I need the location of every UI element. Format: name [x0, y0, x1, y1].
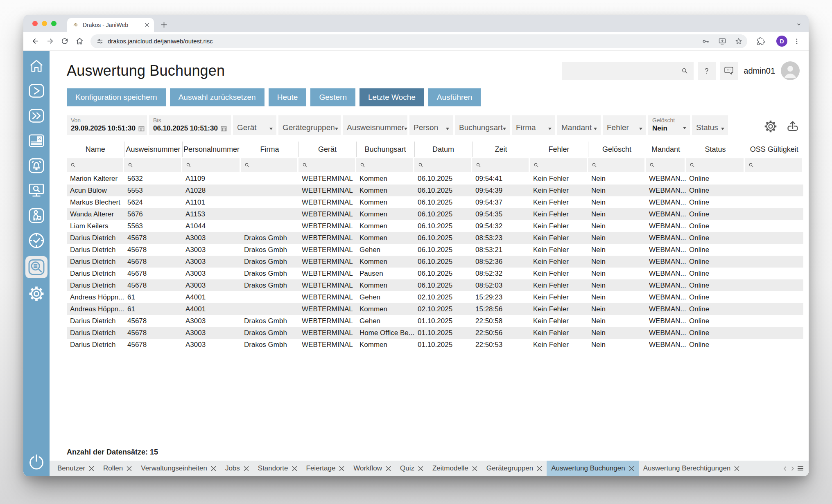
close-icon[interactable] [629, 466, 634, 471]
module-tab-zeitmodelle[interactable]: Zeitmodelle [428, 461, 482, 476]
close-icon[interactable] [386, 466, 391, 471]
sidebar-monitor-search-icon[interactable] [27, 181, 46, 200]
calendar-icon[interactable] [220, 125, 227, 132]
table-row[interactable]: Darius Dietrich45678A3003Drakos GmbhWEBT… [67, 315, 803, 327]
export-icon[interactable] [785, 119, 800, 134]
sidebar-clock-icon[interactable] [27, 231, 46, 250]
browser-tab[interactable]: Drakos - JaniWeb [67, 18, 154, 32]
table-row[interactable]: Darius Dietrich45678A3003Drakos GmbhWEBT… [67, 279, 803, 291]
calendar-icon[interactable] [138, 125, 145, 132]
tab-menu-icon[interactable] [797, 466, 804, 471]
column-filter-status[interactable] [686, 158, 744, 172]
home-icon[interactable] [72, 34, 86, 48]
site-info-icon[interactable] [96, 38, 104, 45]
column-header-datum[interactable]: Datum [414, 142, 472, 157]
filter-dropdown-firma[interactable]: Firma [512, 115, 555, 135]
filter-dropdown-person[interactable]: Person [409, 115, 453, 135]
table-row[interactable]: Andreas Höppn...61A4001WEBTERMINALKommen… [67, 303, 803, 315]
sidebar-id-card-icon[interactable] [27, 131, 46, 150]
module-tab-rollen[interactable]: Rollen [99, 461, 136, 476]
user-avatar[interactable] [781, 61, 800, 80]
close-icon[interactable] [244, 466, 249, 471]
module-tab-quiz[interactable]: Quiz [396, 461, 428, 476]
filter-date-to[interactable]: Bis 06.10.2025 10:51:30 [149, 115, 231, 135]
reload-icon[interactable] [58, 34, 72, 48]
module-tab-workflow[interactable]: Workflow [349, 461, 396, 476]
table-row[interactable]: Acun Bülow5553A1028WEBTERMINALKommen06.1… [67, 184, 803, 196]
filter-dropdown-ausweisnummer[interactable]: Ausweisnummer [343, 115, 407, 135]
module-tab-feiertage[interactable]: Feiertage [302, 461, 349, 476]
filter-dropdown-mandant[interactable]: Mandant [557, 115, 601, 135]
close-icon[interactable] [537, 466, 542, 471]
action-button-gestern[interactable]: Gestern [310, 88, 355, 106]
module-tab-benutzer[interactable]: Benutzer [53, 461, 99, 476]
column-header-gelöscht[interactable]: Gelöscht [588, 142, 646, 157]
forward-icon[interactable] [43, 34, 57, 48]
sidebar-person-briefcase-icon[interactable] [27, 206, 46, 225]
profile-avatar[interactable]: D [776, 36, 787, 47]
close-icon[interactable] [211, 466, 216, 471]
sidebar-gear-icon[interactable] [27, 284, 46, 303]
column-header-oss-gültigkeit[interactable]: OSS Gültigkeit [745, 142, 803, 157]
close-icon[interactable] [127, 466, 132, 471]
tab-scroll-left-icon[interactable] [782, 466, 788, 471]
column-filter-firma[interactable] [241, 158, 297, 172]
table-row[interactable]: Darius Dietrich45678A3003Drakos GmbhWEBT… [67, 256, 803, 268]
table-row[interactable]: Darius Dietrich45678A3003Drakos GmbhWEBT… [67, 339, 803, 351]
filter-dropdown-gerätegruppen[interactable]: Gerätegruppen [278, 115, 341, 135]
install-app-icon[interactable] [716, 35, 728, 47]
column-header-buchungsart[interactable]: Buchungsart [356, 142, 414, 157]
table-row[interactable]: Liam Keilers5563A1044WEBTERMINALKommen06… [67, 220, 803, 232]
table-row[interactable]: Darius Dietrich45678A3003Drakos GmbhWEBT… [67, 268, 803, 279]
filter-date-from[interactable]: Von 29.09.2025 10:51:30 [67, 115, 147, 135]
filter-dropdown-fehler[interactable]: Fehler [603, 115, 646, 135]
kebab-menu-icon[interactable] [790, 34, 804, 48]
column-header-fehler[interactable]: Fehler [530, 142, 588, 157]
column-filter-zeit[interactable] [472, 158, 529, 172]
tab-search-chevron-icon[interactable] [796, 21, 802, 27]
module-tab-auswertung-berechtigungen[interactable]: Auswertung Berechtigungen [639, 461, 744, 476]
table-row[interactable]: Darius Dietrich45678A3003Drakos GmbhWEBT… [67, 327, 803, 339]
module-tab-verwaltungseinheiten[interactable]: Verwaltungseinheiten [136, 461, 221, 476]
filter-dropdown-status[interactable]: Status [692, 115, 728, 135]
column-filter-datum[interactable] [414, 158, 471, 172]
column-filter-gelöscht[interactable] [588, 158, 644, 172]
column-filter-name[interactable] [67, 158, 123, 172]
filter-dropdown-gelöscht[interactable]: GelöschtNein [648, 115, 690, 135]
column-filter-buchungsart[interactable] [356, 158, 413, 172]
table-row[interactable]: Marion Kalterer5632A1109WEBTERMINALKomme… [67, 173, 803, 184]
action-button-ausführen[interactable]: Ausführen [428, 88, 481, 106]
sidebar-report-search-icon[interactable] [25, 256, 47, 278]
filter-dropdown-gerät[interactable]: Gerät [233, 115, 276, 135]
extensions-icon[interactable] [754, 34, 768, 48]
minimize-window-button[interactable] [42, 21, 47, 26]
action-button-konfiguration-speichern[interactable]: Konfiguration speichern [67, 88, 166, 106]
sidebar-power-icon[interactable] [27, 452, 46, 471]
action-button-auswahl-zurücksetzen[interactable]: Auswahl zurücksetzen [170, 88, 265, 106]
password-key-icon[interactable] [700, 35, 712, 47]
column-filter-fehler[interactable] [530, 158, 587, 172]
close-icon[interactable] [418, 466, 423, 471]
close-icon[interactable] [339, 466, 344, 471]
column-filter-personalnummer[interactable] [182, 158, 240, 172]
column-header-status[interactable]: Status [686, 142, 745, 157]
tab-scroll-right-icon[interactable] [790, 466, 795, 471]
close-window-button[interactable] [32, 21, 38, 26]
close-icon[interactable] [89, 466, 94, 471]
back-icon[interactable] [28, 34, 42, 48]
column-header-personalnummer[interactable]: Personalnummer [182, 142, 241, 157]
table-row[interactable]: Wanda Alterer5676A1153WEBTERMINALKommen0… [67, 208, 803, 220]
action-button-heute[interactable]: Heute [269, 88, 307, 106]
column-filter-oss-gültigkeit[interactable] [745, 158, 802, 172]
new-tab-icon[interactable] [161, 21, 167, 28]
sidebar-home-icon[interactable] [27, 56, 46, 75]
table-row[interactable]: Darius Dietrich45678A3003Drakos GmbhWEBT… [67, 244, 803, 256]
close-tab-icon[interactable] [145, 23, 149, 27]
bookmark-star-icon[interactable] [733, 35, 745, 47]
module-tab-standorte[interactable]: Standorte [253, 461, 302, 476]
help-icon[interactable] [698, 62, 716, 80]
global-search-input[interactable] [562, 62, 694, 80]
table-row[interactable]: Andreas Höppn...61A4001WEBTERMINALGehen0… [67, 291, 803, 303]
zoom-window-button[interactable] [51, 21, 57, 26]
module-tab-gerätegruppen[interactable]: Gerätegruppen [482, 461, 547, 476]
